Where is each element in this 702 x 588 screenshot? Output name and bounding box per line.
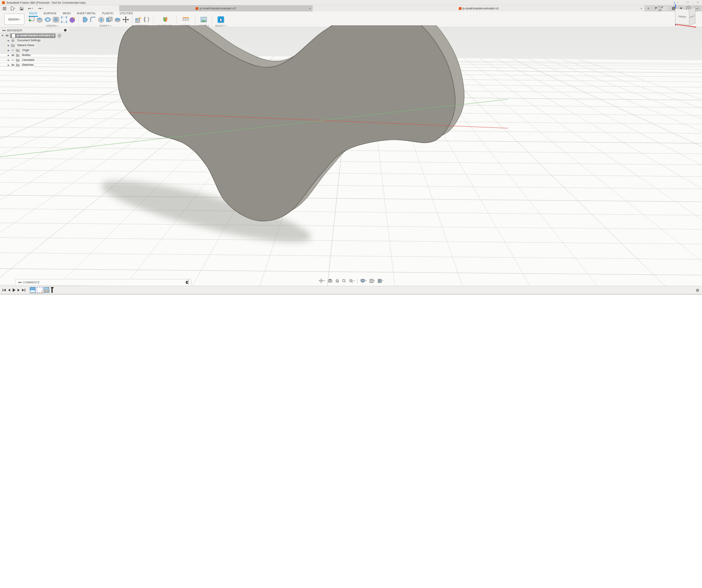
fusion-window-extruded: Autodesk Fusion 360 (Personal - Not for … (0, 0, 702, 294)
tab-close-icon[interactable]: × (640, 7, 642, 10)
new-component-button[interactable] (135, 16, 142, 23)
folder-icon (16, 49, 20, 52)
collapse-panel-icon[interactable]: ◀◀ (2, 29, 5, 31)
joint-button[interactable] (143, 16, 150, 23)
display-settings-icon (360, 279, 365, 283)
fusion-doc-icon (459, 7, 462, 10)
play-button[interactable] (12, 288, 16, 292)
browser-row-canvases[interactable]: ▶ Canvases (0, 58, 69, 62)
browser-row-bodies[interactable]: ▶ Bodies (0, 53, 69, 58)
pan-button[interactable] (335, 279, 339, 283)
activate-component-radio[interactable] (58, 34, 61, 38)
look-at-button[interactable] (328, 279, 332, 283)
timeline (0, 286, 702, 294)
save-icon (20, 7, 23, 10)
redo-button[interactable]: ▾ (38, 7, 43, 10)
browser-panel: ◀◀ BROWSER ▶ js-small-bracket-extruded v… (0, 28, 69, 67)
gear-icon (11, 39, 15, 42)
eye-icon[interactable] (5, 34, 9, 37)
browser-header[interactable]: ◀◀ BROWSER (0, 28, 69, 33)
split-body-button[interactable] (114, 16, 121, 23)
free-orbit-icon (319, 278, 323, 283)
step-forward-button[interactable] (17, 288, 20, 292)
eye-icon[interactable] (11, 54, 15, 56)
step-back-button[interactable] (7, 288, 11, 292)
folder-icon (16, 54, 20, 57)
fillet-button[interactable] (90, 16, 96, 23)
select-button[interactable] (218, 16, 224, 23)
tab-close-icon[interactable]: × (309, 7, 311, 10)
save-button[interactable] (20, 7, 23, 10)
browser-row-origin[interactable]: ▶ Origin (0, 48, 69, 53)
eye-off-icon[interactable] (11, 59, 15, 61)
panel-resize-nub[interactable] (188, 279, 189, 284)
file-menu-button[interactable]: ▾ (11, 7, 16, 10)
window-title: Autodesk Fusion 360 (Personal - Not for … (7, 1, 86, 4)
move-copy-button[interactable] (122, 16, 129, 23)
extrude-feature-icon[interactable] (44, 287, 49, 293)
browser-row-sketches[interactable]: ▶ Sketches (0, 62, 69, 67)
display-settings-button[interactable]: ▾ (360, 279, 367, 283)
maximize-button[interactable]: □ (686, 0, 689, 5)
hole-button[interactable] (53, 16, 59, 23)
titlebar[interactable]: Autodesk Fusion 360 (Personal - Not for … (0, 0, 702, 5)
viewports-button[interactable]: ▾ (378, 279, 383, 283)
new-tab-button[interactable]: + (647, 7, 649, 11)
orbit-tool-button[interactable]: ▾ (319, 278, 325, 283)
document-tabbar: ▾ ▾ ▾ js-small-bracket-example v1* × js-… (0, 5, 702, 11)
timeline-playhead[interactable] (51, 287, 53, 293)
create-sketch-button[interactable] (28, 16, 35, 23)
go-to-end-button[interactable] (22, 288, 25, 292)
z-axis-label: Z (673, 2, 675, 4)
app-grid-button[interactable] (3, 7, 6, 10)
navigation-bar: ▾ ▾ ▾ ▾ ▾ (319, 278, 383, 283)
zoom-button[interactable] (342, 279, 346, 283)
sketch-feature-icon[interactable] (37, 287, 42, 293)
measure-button[interactable] (182, 16, 189, 23)
x-axis-label: X (694, 26, 695, 29)
viewcube[interactable]: Z X FRONT RIGHT (667, 6, 696, 31)
redo-icon (38, 7, 42, 10)
folder-icon (16, 64, 20, 67)
workspace-switcher[interactable]: DESIGN ▾ (4, 13, 24, 25)
eye-off-icon[interactable] (11, 49, 15, 51)
timeline-features (30, 287, 49, 294)
press-pull-button[interactable] (82, 16, 88, 23)
navbar-separator (357, 279, 358, 283)
comments-bar[interactable]: ◀◀ COMMENTS (15, 279, 191, 285)
viewcube-front-face[interactable]: FRONT (675, 9, 690, 25)
viewcube-right-face[interactable]: RIGHT (689, 7, 695, 25)
revolve-button[interactable] (44, 16, 51, 23)
quick-access-toolbar: ▾ ▾ ▾ (0, 5, 119, 11)
settings-gear-icon[interactable] (695, 287, 700, 294)
construction-plane-button[interactable] (162, 16, 168, 23)
zoom-window-button[interactable]: ▾ (349, 279, 355, 283)
shell-button[interactable] (98, 16, 104, 23)
fusion-doc-icon (195, 7, 198, 10)
extrude-button[interactable] (36, 16, 43, 23)
magnifier-icon (342, 279, 346, 283)
document-tab-extruded[interactable]: js-small-bracket-extruded v3 × (313, 5, 644, 11)
canvas-feature-icon[interactable] (30, 287, 36, 293)
browser-root-row[interactable]: ▶ js-small-bracket-extruded v3 (0, 33, 69, 38)
panel-options-icon[interactable] (64, 29, 67, 31)
minimize-button[interactable]: – (677, 0, 678, 5)
scene-overlay (0, 25, 702, 286)
document-tab-example[interactable]: js-small-bracket-example v1* × (119, 5, 313, 11)
document-limit-badge[interactable]: 7 of 10 (653, 6, 668, 11)
insert-image-button[interactable] (200, 16, 207, 23)
eye-icon[interactable] (11, 64, 15, 66)
combine-button[interactable] (106, 16, 113, 23)
viewports-icon (378, 279, 382, 283)
collapse-comments-icon[interactable]: ◀◀ (18, 281, 21, 283)
create-form-button[interactable] (69, 16, 76, 23)
close-button[interactable]: × (697, 0, 699, 5)
document-tab-label: js-small-bracket-example v1* (200, 7, 236, 10)
folder-icon (11, 44, 15, 47)
browser-row-document-settings[interactable]: ▶ Document Settings (0, 38, 69, 43)
undo-button[interactable]: ▾ (28, 7, 33, 10)
pattern-button[interactable] (61, 16, 67, 23)
grid-and-snaps-button[interactable]: ▾ (369, 279, 375, 283)
go-to-start-button[interactable] (2, 288, 6, 292)
browser-row-named-views[interactable]: ▶ Named Views (0, 43, 69, 48)
